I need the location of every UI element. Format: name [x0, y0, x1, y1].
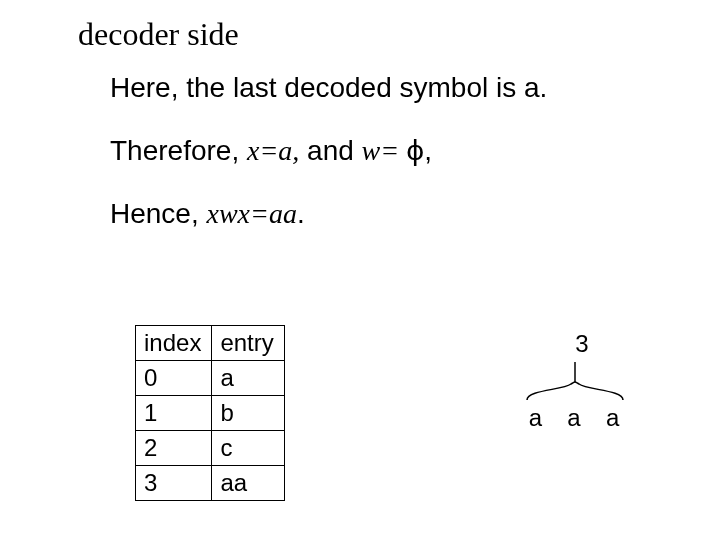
header-index: index — [136, 326, 212, 361]
line-3-expr: xwx=aa — [207, 198, 297, 229]
cell-entry: a — [212, 361, 284, 396]
diagram-code: 3 — [509, 330, 655, 358]
line-2-prefix: Therefore, — [110, 135, 247, 166]
table-header-row: index entry — [136, 326, 285, 361]
line-2-mid: and — [299, 135, 361, 166]
table-row: 2 c — [136, 431, 285, 466]
line-1: Here, the last decoded symbol is a. — [110, 70, 670, 105]
diagram-output: a a a — [495, 404, 655, 432]
line-3-prefix: Hence, — [110, 198, 207, 229]
cell-entry: aa — [212, 466, 284, 501]
line-3-suffix: . — [297, 198, 305, 229]
brace-icon — [515, 360, 635, 402]
dictionary-table-wrap: index entry 0 a 1 b 2 c 3 aa — [135, 325, 285, 501]
dictionary-table: index entry 0 a 1 b 2 c 3 aa — [135, 325, 285, 501]
line-2-suffix: , — [424, 135, 432, 166]
line-2: Therefore, x=a, and w= ϕ, — [110, 133, 670, 168]
cell-entry: c — [212, 431, 284, 466]
cell-index: 0 — [136, 361, 212, 396]
cell-index: 1 — [136, 396, 212, 431]
line-2-w: w= — [362, 135, 407, 166]
line-3: Hence, xwx=aa. — [110, 196, 670, 231]
table-row: 1 b — [136, 396, 285, 431]
table-row: 0 a — [136, 361, 285, 396]
line-2-x: x=a, — [247, 135, 299, 166]
out-char: a — [560, 404, 590, 432]
slide-title: decoder side — [78, 16, 239, 53]
phi-symbol: ϕ — [406, 135, 424, 166]
slide-body: Here, the last decoded symbol is a. Ther… — [110, 70, 670, 259]
expansion-diagram: 3 a a a — [495, 330, 655, 432]
header-entry: entry — [212, 326, 284, 361]
table-row: 3 aa — [136, 466, 285, 501]
cell-index: 3 — [136, 466, 212, 501]
cell-index: 2 — [136, 431, 212, 466]
out-char: a — [599, 404, 629, 432]
slide: decoder side Here, the last decoded symb… — [0, 0, 720, 540]
out-char: a — [521, 404, 551, 432]
cell-entry: b — [212, 396, 284, 431]
